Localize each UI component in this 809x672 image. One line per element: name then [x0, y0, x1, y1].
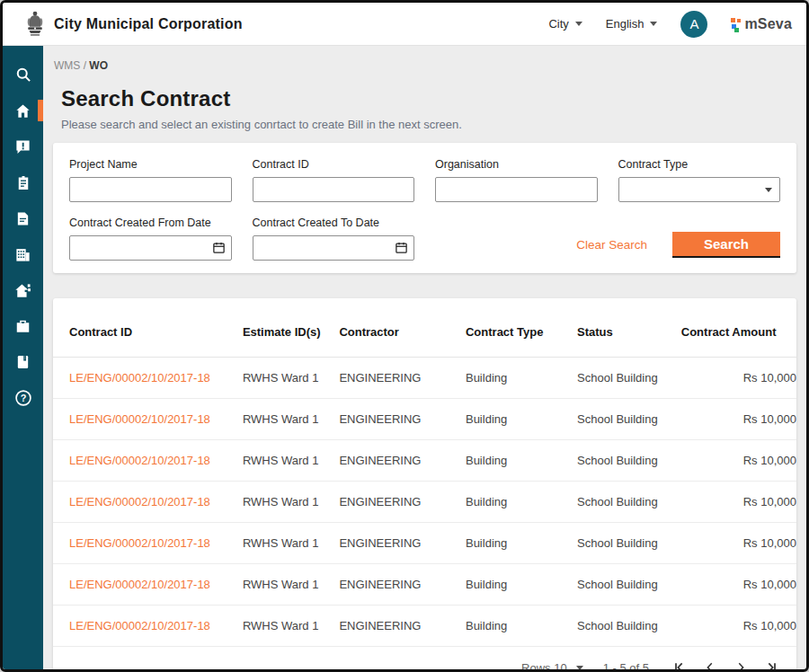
- contract-id-link[interactable]: LE/ENG/00002/10/2017-18: [69, 412, 210, 426]
- language-dropdown[interactable]: English: [606, 17, 658, 31]
- cell-amount: Rs 10,000: [681, 523, 796, 564]
- cell-estimate_ids: RWHS Ward 1: [243, 440, 340, 482]
- first-page-icon: [672, 660, 687, 669]
- top-bar: City Municipal Corporation City English …: [3, 3, 806, 46]
- contract-type-label: Contract Type: [618, 158, 781, 171]
- contract-type-select[interactable]: [618, 177, 781, 202]
- page-subtitle: Please search and select an existing con…: [61, 118, 796, 131]
- to-date-input[interactable]: [253, 235, 415, 261]
- clear-search-button[interactable]: Clear Search: [576, 238, 647, 252]
- results-card: Contract ID Estimate ID(s) Contractor Co…: [53, 298, 796, 669]
- sidebar: ?: [3, 46, 43, 669]
- rows-per-page-select[interactable]: Rows 10: [521, 661, 583, 670]
- cell-contractor: ENGINEERING: [339, 523, 466, 564]
- cell-contract_id: LE/ENG/00002/10/2017-18: [53, 564, 243, 606]
- last-page-button[interactable]: [760, 657, 782, 669]
- search-icon: [14, 66, 32, 84]
- cell-contract_type: Building: [466, 606, 577, 647]
- briefcase-icon: [14, 318, 31, 334]
- table-row: LE/ENG/00002/10/2017-18RWHS Ward 1ENGINE…: [53, 358, 796, 399]
- sidebar-item-building[interactable]: [3, 236, 43, 272]
- clipboard-icon: [15, 174, 31, 191]
- table-row: LE/ENG/00002/10/2017-18RWHS Ward 1ENGINE…: [53, 440, 796, 482]
- main-content: WMS / WO Search Contract Please search a…: [43, 46, 806, 669]
- breadcrumb-root[interactable]: WMS: [54, 59, 80, 72]
- cell-estimate_ids: RWHS Ward 1: [243, 523, 340, 564]
- cell-contract_type: Building: [466, 564, 577, 606]
- field-organisation: Organisation: [435, 158, 598, 202]
- table-row: LE/ENG/00002/10/2017-18RWHS Ward 1ENGINE…: [53, 399, 796, 440]
- cell-estimate_ids: RWHS Ward 1: [243, 358, 340, 399]
- from-date-label: Contract Created From Date: [69, 217, 232, 229]
- sidebar-item-checklist[interactable]: [3, 164, 43, 200]
- page-title: Search Contract: [61, 86, 796, 111]
- contract-id-link[interactable]: LE/ENG/00002/10/2017-18: [69, 578, 210, 591]
- next-page-button[interactable]: [730, 657, 751, 669]
- cell-contractor: ENGINEERING: [339, 564, 466, 606]
- field-from-date: Contract Created From Date: [69, 217, 232, 261]
- contract-id-input[interactable]: [253, 177, 415, 202]
- cell-status: School Building: [577, 440, 681, 482]
- cell-contract_id: LE/ENG/00002/10/2017-18: [53, 358, 243, 399]
- sidebar-item-book[interactable]: [3, 344, 43, 380]
- cell-contract_id: LE/ENG/00002/10/2017-18: [53, 482, 243, 523]
- sidebar-item-property[interactable]: [3, 272, 43, 308]
- breadcrumb-separator: /: [84, 59, 86, 72]
- sidebar-item-complaints[interactable]: [3, 128, 43, 164]
- national-emblem-icon: [25, 10, 45, 39]
- app-title: City Municipal Corporation: [54, 16, 243, 32]
- app-window: City Municipal Corporation City English …: [0, 0, 809, 672]
- column-header-contract-type: Contract Type: [466, 305, 577, 358]
- field-contract-type: Contract Type: [618, 158, 781, 202]
- chevron-down-icon: [650, 22, 657, 26]
- calendar-icon[interactable]: [212, 241, 226, 254]
- first-page-button[interactable]: [669, 657, 690, 669]
- chevron-right-icon: [734, 661, 747, 669]
- sidebar-item-documents[interactable]: [3, 200, 43, 236]
- chevron-down-icon: [576, 666, 583, 670]
- contract-id-link[interactable]: LE/ENG/00002/10/2017-18: [69, 454, 210, 467]
- cell-amount: Rs 10,000: [681, 564, 796, 606]
- home-icon: [14, 102, 31, 119]
- cell-contractor: ENGINEERING: [339, 606, 466, 647]
- last-page-icon: [764, 660, 778, 669]
- cell-contract_type: Building: [466, 358, 577, 399]
- sidebar-item-home[interactable]: [3, 93, 43, 128]
- sidebar-item-search[interactable]: [3, 57, 43, 93]
- breadcrumb-current: WO: [89, 59, 108, 72]
- search-card: Project Name Contract ID Organisation Co…: [53, 143, 796, 273]
- contract-id-link[interactable]: LE/ENG/00002/10/2017-18: [69, 536, 210, 550]
- cell-status: School Building: [577, 358, 681, 399]
- cell-contractor: ENGINEERING: [339, 440, 466, 482]
- project-name-input[interactable]: [69, 177, 232, 202]
- cell-contractor: ENGINEERING: [339, 399, 466, 440]
- chevron-left-icon: [704, 661, 716, 669]
- cell-status: School Building: [577, 399, 681, 440]
- table-row: LE/ENG/00002/10/2017-18RWHS Ward 1ENGINE…: [53, 564, 796, 606]
- cell-contract_type: Building: [466, 482, 577, 523]
- organisation-input[interactable]: [435, 177, 598, 202]
- contract-id-link[interactable]: LE/ENG/00002/10/2017-18: [69, 495, 210, 508]
- contract-id-link[interactable]: LE/ENG/00002/10/2017-18: [69, 371, 210, 385]
- cell-contractor: ENGINEERING: [339, 358, 466, 399]
- project-name-label: Project Name: [69, 158, 232, 171]
- brand-name: mSeva: [744, 16, 792, 32]
- chevron-down-icon: [575, 22, 582, 26]
- sidebar-item-briefcase[interactable]: [3, 308, 43, 344]
- table-row: LE/ENG/00002/10/2017-18RWHS Ward 1ENGINE…: [53, 606, 796, 647]
- from-date-input[interactable]: [69, 235, 232, 261]
- contracts-table: Contract ID Estimate ID(s) Contractor Co…: [53, 305, 796, 647]
- mseva-logo-icon: [731, 18, 742, 31]
- cell-contract_id: LE/ENG/00002/10/2017-18: [53, 523, 243, 564]
- pagination-bar: Rows 10 1 - 5 of 5: [53, 647, 796, 669]
- cell-status: School Building: [577, 523, 681, 564]
- user-avatar[interactable]: A: [680, 11, 707, 38]
- search-button[interactable]: Search: [672, 232, 780, 258]
- city-dropdown[interactable]: City: [548, 17, 582, 31]
- column-header-contract-amount: Contract Amount: [681, 305, 796, 358]
- sidebar-item-help[interactable]: ?: [3, 380, 43, 416]
- rows-per-page-label: Rows 10: [521, 661, 567, 670]
- previous-page-button[interactable]: [699, 657, 721, 669]
- calendar-icon[interactable]: [395, 241, 408, 254]
- contract-id-link[interactable]: LE/ENG/00002/10/2017-18: [69, 619, 210, 632]
